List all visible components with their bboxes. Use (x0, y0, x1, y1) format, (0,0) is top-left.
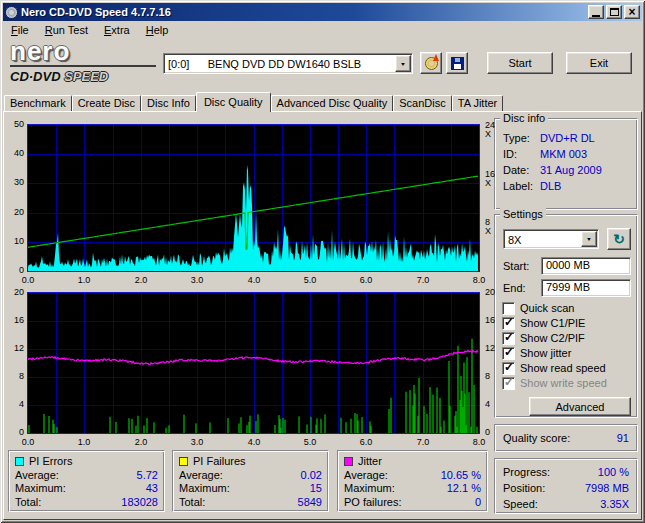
pi-errors-panel: PI Errors Average:5.72 Maximum:43 Total:… (8, 450, 165, 512)
axis-tick-label: 0 (2, 428, 24, 437)
axis-tick-label: 5.0 (301, 438, 319, 447)
application-window: Nero CD-DVD Speed 4.7.7.16 × File Run Te… (0, 0, 645, 523)
checkbox-box[interactable] (502, 347, 515, 360)
pi-failures-chart (27, 292, 480, 434)
axis-tick-label: 50 (2, 120, 24, 129)
speed-value: 3.35X (600, 498, 629, 510)
stat-label: Maximum: (15, 482, 66, 494)
axis-tick-label: 7.0 (414, 438, 432, 447)
pi-failures-legend-swatch (179, 457, 188, 466)
checkbox-show-read-speed[interactable]: Show read speed (502, 361, 606, 375)
drive-select-arrow-button[interactable]: ▼ (395, 55, 411, 72)
start-position-label: Start: (503, 260, 529, 272)
position-label: Position: (503, 482, 545, 494)
axis-tick-label: 40 (2, 149, 24, 158)
tab-scandisc[interactable]: ScanDisc (393, 95, 451, 111)
stat-label: Average: (179, 469, 223, 481)
scan-speed-select[interactable]: 8X ▼ (503, 229, 599, 249)
tab-ta-jitter[interactable]: TA Jitter (452, 95, 504, 111)
checkbox-quick-scan[interactable]: Quick scan (502, 301, 574, 315)
maximize-button[interactable] (606, 5, 622, 19)
chevron-down-icon: ▼ (586, 236, 592, 241)
disc-info-group: Disc info Type:DVD+R DL ID:MKM 003 Date:… (494, 118, 638, 210)
logo-cddvd-text: CD·DVD (10, 69, 61, 84)
menu-bar: File Run Test Extra Help (3, 21, 642, 39)
advanced-button[interactable]: Advanced (529, 397, 631, 416)
start-button[interactable]: Start (487, 52, 553, 74)
stat-value: 15 (310, 482, 322, 494)
logo-speed-text: SPEED (64, 69, 108, 84)
speed-label: Speed: (503, 498, 538, 510)
axis-tick-label: 24X (485, 121, 495, 139)
pi-errors-legend-swatch (15, 457, 24, 466)
axis-tick-label: 5.0 (301, 276, 319, 285)
checkbox-show-jitter[interactable]: Show jitter (502, 346, 571, 360)
progress-panel: Progress:100 % Position:7998 MB Speed:3.… (494, 458, 638, 514)
menu-extra[interactable]: Extra (96, 22, 138, 38)
tab-advanced-disc-quality[interactable]: Advanced Disc Quality (271, 95, 394, 111)
stat-value: 5849 (298, 496, 322, 508)
quality-score-value: 91 (617, 432, 629, 444)
axis-tick-label: 8 (485, 372, 490, 381)
scan-speed-arrow-button[interactable]: ▼ (581, 231, 597, 247)
minimize-icon (592, 15, 600, 17)
axis-tick-label: 12 (485, 344, 495, 353)
checkbox-box[interactable] (502, 302, 515, 315)
burn-disc-button[interactable] (420, 52, 442, 74)
stat-label: Average: (15, 469, 59, 481)
stat-label: Maximum: (179, 482, 230, 494)
refresh-button[interactable]: ↻ (607, 228, 631, 250)
end-position-input[interactable]: 7999 MB (541, 279, 631, 297)
disc-label-value: DLB (540, 180, 561, 192)
stat-value: 43 (146, 482, 158, 494)
axis-tick-label: 3.0 (188, 438, 206, 447)
drive-select[interactable]: [0:0] BENQ DVD DD DW1640 BSLB ▼ (163, 53, 413, 74)
axis-tick-label: 0 (2, 266, 24, 275)
checkbox-box[interactable] (502, 317, 515, 330)
window-controls: × (588, 5, 640, 19)
stat-value: 0.02 (301, 469, 322, 481)
axis-tick-label: 4.0 (245, 438, 263, 447)
disc-info-label: Date: (503, 164, 540, 176)
minimize-button[interactable] (588, 5, 604, 19)
axis-tick-label: 6.0 (357, 438, 375, 447)
menu-help[interactable]: Help (138, 22, 177, 38)
disc-info-label: Label: (503, 180, 540, 192)
save-button[interactable] (446, 52, 468, 74)
checkbox-show-c1-pie[interactable]: Show C1/PIE (502, 316, 585, 330)
axis-tick-label: 20 (2, 288, 24, 297)
progress-value: 100 % (598, 466, 629, 478)
tab-strip: Benchmark Create Disc Disc Info Disc Qua… (4, 92, 503, 111)
pi-failures-panel: PI Failures Average:0.02 Maximum:15 Tota… (172, 450, 329, 512)
axis-tick-label: 2.0 (132, 276, 150, 285)
axis-tick-label: 20 (2, 208, 24, 217)
pi-errors-panel-title: PI Errors (29, 455, 72, 467)
axis-tick-label: 0.0 (19, 438, 37, 447)
burn-disc-icon (425, 57, 438, 70)
maximize-icon (610, 8, 619, 16)
drive-select-value: [0:0] BENQ DVD DD DW1640 BSLB (168, 56, 361, 72)
progress-label: Progress: (503, 466, 550, 478)
axis-tick-label: 10 (2, 237, 24, 246)
tab-disc-info[interactable]: Disc Info (141, 95, 196, 111)
start-position-input[interactable]: 0000 MB (541, 257, 631, 275)
stat-value: 12.1 % (447, 482, 481, 494)
close-button[interactable]: × (624, 5, 640, 19)
tab-create-disc[interactable]: Create Disc (72, 95, 141, 111)
title-bar[interactable]: Nero CD-DVD Speed 4.7.7.16 × (3, 3, 642, 21)
disc-info-title: Disc info (500, 112, 548, 124)
stat-label: Maximum: (344, 482, 395, 494)
checkbox-show-c2-pif[interactable]: Show C2/PIF (502, 331, 585, 345)
disc-id-value: MKM 003 (540, 148, 587, 160)
checkbox-box (502, 377, 515, 390)
refresh-icon: ↻ (613, 232, 625, 246)
app-icon (5, 6, 18, 19)
quality-score-panel: Quality score: 91 (494, 424, 638, 452)
tab-disc-quality[interactable]: Disc Quality (196, 92, 271, 112)
checkbox-box[interactable] (502, 362, 515, 375)
tab-benchmark[interactable]: Benchmark (4, 95, 72, 111)
jitter-legend-swatch (344, 457, 353, 466)
exit-button[interactable]: Exit (566, 52, 632, 74)
checkbox-box[interactable] (502, 332, 515, 345)
disc-date-value: 31 Aug 2009 (540, 164, 602, 176)
